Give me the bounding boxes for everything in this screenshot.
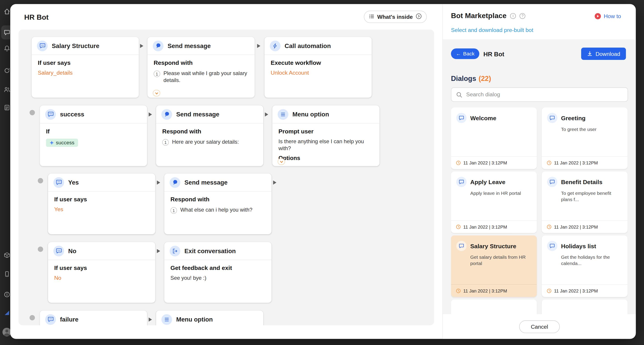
card-title: Yes [68, 179, 79, 186]
bell-icon[interactable] [4, 45, 10, 52]
dialog-card-holidays-list[interactable]: Holidays list Get the holidays for the c… [542, 236, 628, 297]
marketplace-footer: Cancel [443, 314, 636, 339]
info-circle-icon[interactable]: i [510, 13, 516, 19]
card-label: Prompt user [278, 128, 373, 134]
dialog-bubble-icon [54, 246, 64, 256]
dialog-card-greeting[interactable]: Greeting To greet the user 11 Jan 2022 |… [542, 107, 628, 169]
dialog-cards-grid[interactable]: Welcome 11 Jan 2022 | 3:12PM [451, 107, 628, 314]
chat-bubble-icon [547, 177, 558, 187]
card-title: Send message [176, 111, 219, 118]
home-icon[interactable] [4, 8, 10, 15]
branch-node-dot[interactable] [30, 110, 35, 115]
flow-card-exit-conversation[interactable]: Exit conversation Get feedback and exit … [164, 242, 272, 303]
dialog-card-timestamp: 11 Jan 2022 | 3:12PM [463, 289, 507, 293]
dialog-card-benefit-details[interactable]: Benefit Details To get employee benefit … [542, 171, 628, 233]
dialog-card-salary-structure-selected[interactable]: Salary Structure Get salary details from… [451, 236, 537, 297]
branch-node-dot[interactable] [38, 247, 43, 252]
logo-triangle-icon[interactable] [4, 309, 10, 316]
clock-icon [456, 160, 461, 165]
dialog-card-description: Get the holidays for the calenda... [561, 254, 622, 267]
clock-icon [456, 289, 461, 293]
search-input[interactable] [466, 88, 626, 101]
dialog-card-timestamp: 11 Jan 2022 | 3:12PM [463, 160, 507, 165]
message-text: Here are your salary details: [172, 139, 239, 146]
menu-icon [162, 314, 172, 325]
how-to-label: How to [604, 13, 621, 19]
success-condition-badge[interactable]: success [46, 139, 78, 147]
flow-card-no[interactable]: No If user says No [48, 242, 155, 303]
selected-bot-name: HR Bot [484, 50, 504, 57]
step-number: 1 [162, 139, 169, 145]
card-title: success [60, 111, 84, 118]
flow-card-send-message-3[interactable]: Send message Respond with 1 What else ca… [164, 174, 272, 234]
flow-card-send-message-1[interactable]: Send message Respond with 1 Please wait … [147, 37, 254, 98]
connector-arrow-icon [157, 181, 160, 185]
mobile-icon[interactable] [4, 271, 10, 277]
dialog-card-description: Apply leave in HR portal [470, 190, 532, 196]
help-circle-icon[interactable]: ? [520, 13, 526, 19]
card-label: Respond with [170, 196, 265, 203]
trigger-value[interactable]: Salary_details [38, 70, 132, 76]
card-title: Salary Structure [52, 42, 99, 49]
whats-inside-button[interactable]: What's inside [364, 11, 427, 23]
flow-card-success[interactable]: success If success [40, 105, 147, 166]
app-root: HR Bot What's inside Salary S [0, 0, 644, 345]
cancel-button[interactable]: Cancel [520, 320, 560, 333]
info-icon[interactable] [4, 291, 10, 298]
dialog-card-apply-leave[interactable]: Apply Leave Apply leave in HR portal 11 … [451, 171, 537, 233]
history-icon[interactable] [4, 67, 10, 74]
dialog-bubble-icon [45, 314, 56, 325]
marketplace-title: Bot Marketplace [451, 11, 506, 20]
card-title: Call automation [285, 42, 331, 49]
search-icon [456, 91, 462, 98]
expand-chevron-button[interactable] [278, 158, 285, 165]
download-icon [587, 51, 593, 57]
dialog-card[interactable] [542, 300, 628, 314]
dialog-bubble-icon [54, 177, 64, 188]
automation-bolt-icon [270, 40, 281, 51]
flow-card-menu-option[interactable]: Menu option Prompt user Is there anythin… [272, 105, 380, 166]
dialog-card-title: Salary Structure [470, 243, 516, 249]
users-icon[interactable] [4, 86, 10, 93]
workflow-link[interactable]: Unlock Account [270, 70, 366, 76]
dialog-card-footer: 11 Jan 2022 | 3:12PM [542, 220, 628, 233]
dialog-card[interactable] [451, 300, 537, 314]
dialog-card-description: To get employee benefit plans f... [561, 190, 622, 203]
flow-card-salary-structure[interactable]: Salary Structure If user says Salary_det… [32, 37, 139, 98]
dialog-card-title: Holidays list [561, 243, 596, 249]
dialogs-count: (22) [479, 75, 491, 83]
marketplace-subtitle-link[interactable]: Select and download pre-built bot [451, 27, 533, 33]
card-label: Respond with [162, 128, 257, 134]
connector-arrow-icon [257, 44, 260, 48]
spark-icon [50, 141, 54, 145]
card-title: Send message [184, 179, 228, 186]
clock-icon [547, 224, 552, 229]
card-label: If [46, 128, 141, 134]
trigger-value[interactable]: No [54, 275, 149, 281]
bot-marketplace-panel: Bot Marketplace i ? How to Select and do… [442, 4, 636, 339]
dialog-card-footer: 11 Jan 2022 | 3:12PM [542, 156, 628, 169]
how-to-link[interactable]: How to [594, 13, 621, 20]
download-button[interactable]: Download [581, 48, 626, 60]
clipboard-icon[interactable] [4, 104, 10, 111]
flow-card-failure[interactable]: failure [40, 311, 147, 325]
trigger-value[interactable]: Yes [54, 206, 149, 213]
flow-canvas[interactable]: Salary Structure If user says Salary_det… [18, 29, 434, 325]
exit-message-text: See you! bye :) [170, 274, 265, 281]
dialog-card-welcome[interactable]: Welcome 11 Jan 2022 | 3:12PM [451, 107, 537, 169]
flow-card-menu-option-2[interactable]: Menu option [156, 311, 263, 325]
dialog-card-timestamp: 11 Jan 2022 | 3:12PM [554, 224, 598, 229]
box-icon[interactable] [4, 252, 10, 258]
back-button[interactable]: ← Back [451, 48, 480, 59]
flow-card-call-automation[interactable]: Call automation Execute workflow Unlock … [264, 37, 372, 98]
download-label: Download [596, 51, 620, 57]
user-avatar[interactable] [2, 328, 11, 337]
flow-card-yes[interactable]: Yes If user says Yes [48, 174, 155, 234]
dialogs-label: Dialogs [451, 75, 476, 83]
branch-node-dot[interactable] [30, 315, 35, 321]
back-label: Back [463, 51, 474, 57]
flow-card-send-message-2[interactable]: Send message Respond with 1 Here are you… [156, 105, 263, 166]
send-message-icon [170, 177, 180, 188]
expand-chevron-button[interactable] [153, 90, 160, 96]
branch-node-dot[interactable] [38, 178, 43, 183]
